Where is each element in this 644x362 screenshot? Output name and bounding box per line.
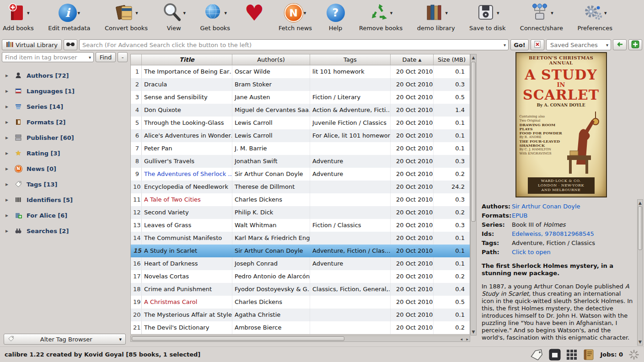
book-cell-num[interactable]: 12 — [131, 206, 142, 219]
book-cell-num[interactable]: 6 — [131, 129, 142, 142]
book-cell-title[interactable]: Encyclopedia of Needlework — [142, 181, 232, 193]
search-input[interactable] — [80, 42, 501, 48]
book-cell-authors[interactable]: Sir Arthur Conan Doyle — [232, 245, 310, 257]
book-row[interactable]: 8Gulliver's TravelsJonathan SwiftAdventu… — [131, 155, 470, 168]
book-cell-authors[interactable]: Jane Austen — [232, 91, 310, 104]
book-details-toggle-button[interactable] — [583, 349, 595, 361]
book-cell-authors[interactable]: Miguel de Cervantes Saa… — [232, 104, 310, 117]
book-row[interactable]: 15A Study in ScarletSir Arthur Conan Doy… — [131, 245, 470, 257]
jobs-spinner-icon[interactable] — [628, 349, 639, 360]
book-cell-size[interactable]: 0.1 — [434, 257, 470, 270]
book-cell-tags[interactable] — [310, 193, 391, 206]
book-cell-tags[interactable] — [310, 321, 391, 334]
book-cell-date[interactable]: 20 Oct 2010 — [391, 129, 434, 142]
scroll-down-icon[interactable]: ▼ — [638, 339, 643, 345]
expand-arrow-icon[interactable]: ▸ — [5, 165, 10, 172]
horizontal-scrollbar-thumb[interactable] — [132, 336, 344, 341]
alter-dropdown-arrow-icon[interactable]: ▾ — [119, 336, 122, 342]
book-cell-title[interactable]: A Tale of Two Cities — [142, 193, 232, 206]
alter-tag-browser-button[interactable]: Alter Tag Browser ▾ — [4, 334, 126, 345]
book-cell-tags[interactable] — [310, 181, 391, 193]
book-row[interactable]: 16Heart of DarknessJoseph ConradAdventur… — [131, 257, 470, 270]
book-cell-tags[interactable]: lit 101 homework — [310, 65, 391, 78]
book-cell-date[interactable]: 20 Oct 2010 — [391, 270, 434, 283]
book-cell-size[interactable]: 0.1 — [434, 117, 470, 129]
jobs-status[interactable]: Jobs: 0 — [600, 351, 623, 358]
book-row[interactable]: 12Second VarietyPhilip K. Dick20 Oct 201… — [131, 206, 470, 219]
connect-share-button[interactable]: ▾ Connect/share — [520, 1, 563, 32]
book-cell-tags[interactable] — [310, 270, 391, 283]
virtual-library-button[interactable]: Virtual Library — [2, 39, 62, 50]
book-cell-tags[interactable]: For Alice, lit 101 homework — [310, 129, 391, 142]
edit-metadata-button[interactable]: i ▾ Edit metadata — [48, 1, 90, 32]
book-cell-size[interactable]: 0.3 — [434, 219, 470, 232]
advanced-search-button[interactable] — [64, 39, 77, 50]
copy-search-button[interactable] — [613, 39, 627, 50]
book-cell-size[interactable]: 0.2 — [434, 321, 470, 334]
book-cell-authors[interactable]: Walt Whitman — [232, 219, 310, 232]
book-row[interactable]: 18Crime and PunishmentFyodor Dostoyevsky… — [131, 283, 470, 296]
book-cell-size[interactable]: 0.5 — [434, 296, 470, 309]
book-cell-title[interactable]: The Devil's Dictionary — [142, 321, 232, 334]
book-cell-tags[interactable]: Adventure — [310, 155, 391, 168]
book-cell-title[interactable]: The Adventures of Sherlock … — [142, 168, 232, 181]
book-cell-date[interactable]: 20 Oct 2010 — [391, 296, 434, 309]
book-cell-title[interactable]: Crime and Punishment — [142, 283, 232, 296]
book-row[interactable]: 7Peter PanJ. M. Barrie20 Oct 20100.1 — [131, 142, 470, 155]
book-cell-authors[interactable]: J. M. Barrie — [232, 142, 310, 155]
convert-books-button[interactable]: ▾ Convert books — [105, 1, 148, 32]
column-header-size[interactable]: Size (MB) — [434, 54, 470, 65]
save-search-button[interactable] — [628, 39, 642, 50]
sidebar-item-rating[interactable]: ▸ ★ Rating [3] — [0, 145, 129, 161]
authors-value-link[interactable]: Sir Arthur Conan Doyle — [512, 203, 635, 210]
book-cell-size[interactable]: 0.1 — [434, 142, 470, 155]
book-cell-authors[interactable]: Karl Marx & Friedrich Eng… — [232, 232, 310, 245]
expand-arrow-icon[interactable]: ▸ — [5, 228, 10, 234]
book-cell-num[interactable]: 11 — [131, 193, 142, 206]
path-value-link[interactable]: Click to open — [512, 249, 635, 256]
dropdown-arrow-icon[interactable]: ▾ — [183, 10, 186, 16]
dropdown-arrow-icon[interactable]: ▾ — [497, 10, 499, 16]
book-cell-authors[interactable]: Philip K. Dick — [232, 206, 310, 219]
book-cell-date[interactable]: 20 Oct 2010 — [391, 193, 434, 206]
book-cell-size[interactable]: 0.5 — [434, 91, 470, 104]
expand-arrow-icon[interactable]: ▸ — [5, 72, 10, 79]
book-row[interactable]: 3Sense and SensibilityJane AustenFiction… — [131, 91, 470, 104]
book-cell-tags[interactable] — [310, 142, 391, 155]
book-row[interactable]: 14The Communist ManifestoKarl Marx & Fri… — [131, 232, 470, 245]
book-cell-authors[interactable]: Fyodor Dostoyevsky & G… — [232, 283, 310, 296]
vertical-scrollbar-thumb[interactable] — [471, 62, 476, 222]
book-cell-title[interactable]: Gulliver's Travels — [142, 155, 232, 168]
book-cell-tags[interactable]: Adventure — [310, 168, 391, 181]
sidebar-item-series[interactable]: ▸ Series [14] — [0, 99, 129, 114]
scroll-down-icon[interactable]: ▼ — [472, 329, 475, 335]
book-cell-tags[interactable] — [310, 78, 391, 91]
sidebar-item-identifiers[interactable]: ▸ Identifiers [5] — [0, 192, 129, 208]
book-cell-date[interactable]: 20 Oct 2010 — [391, 245, 434, 257]
book-cell-num[interactable]: 15 — [131, 245, 142, 257]
tag-browser-find-input[interactable] — [2, 54, 86, 61]
book-row[interactable]: 9The Adventures of Sherlock …Sir Arthur … — [131, 168, 470, 181]
book-cell-size[interactable]: 1.4 — [434, 104, 470, 117]
tag-browser-toggle-button[interactable] — [530, 349, 543, 360]
book-cell-date[interactable]: 20 Oct 2010 — [391, 181, 434, 193]
cover-browser-toggle-button[interactable] — [549, 349, 561, 361]
expand-arrow-icon[interactable]: ▸ — [5, 88, 10, 94]
book-cell-num[interactable]: 3 — [131, 91, 142, 104]
book-cell-date[interactable]: 20 Oct 2010 — [391, 117, 434, 129]
book-cell-tags[interactable] — [310, 232, 391, 245]
book-cell-date[interactable]: 20 Oct 2010 — [391, 257, 434, 270]
scroll-up-icon[interactable]: ▲ — [472, 54, 475, 61]
ids-value-link[interactable]: Edelweiss, 9780812968545 — [512, 230, 635, 238]
book-cell-date[interactable]: 20 Oct 2010 — [391, 142, 434, 155]
book-row[interactable]: 11A Tale of Two CitiesCharles Dickens20 … — [131, 193, 470, 206]
book-cell-date[interactable]: 20 Oct 2010 — [391, 78, 434, 91]
book-cell-date[interactable]: 20 Oct 2010 — [391, 321, 434, 334]
book-cell-title[interactable]: Novelas Cortas — [142, 270, 232, 283]
expand-arrow-icon[interactable]: ▸ — [5, 212, 10, 218]
dropdown-arrow-icon[interactable]: ▾ — [304, 10, 306, 16]
column-header-tags[interactable]: Tags — [310, 54, 391, 65]
expand-arrow-icon[interactable]: ▸ — [5, 119, 10, 125]
book-cell-title[interactable]: Heart of Darkness — [142, 257, 232, 270]
scroll-right-icon[interactable]: ▸ — [466, 336, 468, 342]
